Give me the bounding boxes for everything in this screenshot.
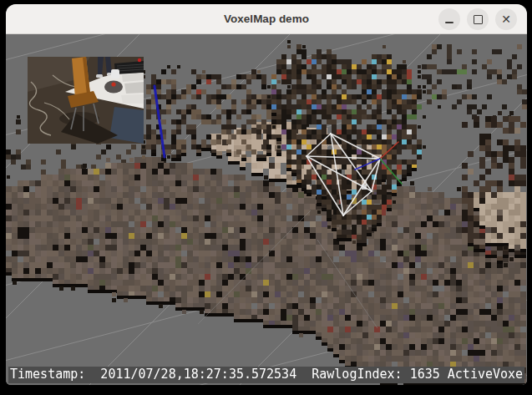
app-window: VoxelMap demo ✕ — [6, 4, 527, 385]
minimize-icon — [445, 22, 453, 23]
minimize-button[interactable] — [438, 8, 460, 30]
maximize-icon — [474, 15, 483, 24]
titlebar[interactable]: VoxelMap demo ✕ — [6, 4, 527, 34]
desktop-background: VoxelMap demo ✕ — [0, 0, 532, 395]
close-icon: ✕ — [501, 13, 511, 25]
status-text: Timestamp: 2011/07/28,18:27:35.572534 Ra… — [8, 367, 524, 383]
maximize-button[interactable] — [467, 8, 489, 30]
window-controls: ✕ — [438, 8, 517, 30]
3d-viewport[interactable]: Timestamp: 2011/07/28,18:27:35.572534 Ra… — [6, 34, 527, 385]
close-button[interactable]: ✕ — [495, 8, 517, 30]
camera-inset-image — [28, 57, 144, 144]
